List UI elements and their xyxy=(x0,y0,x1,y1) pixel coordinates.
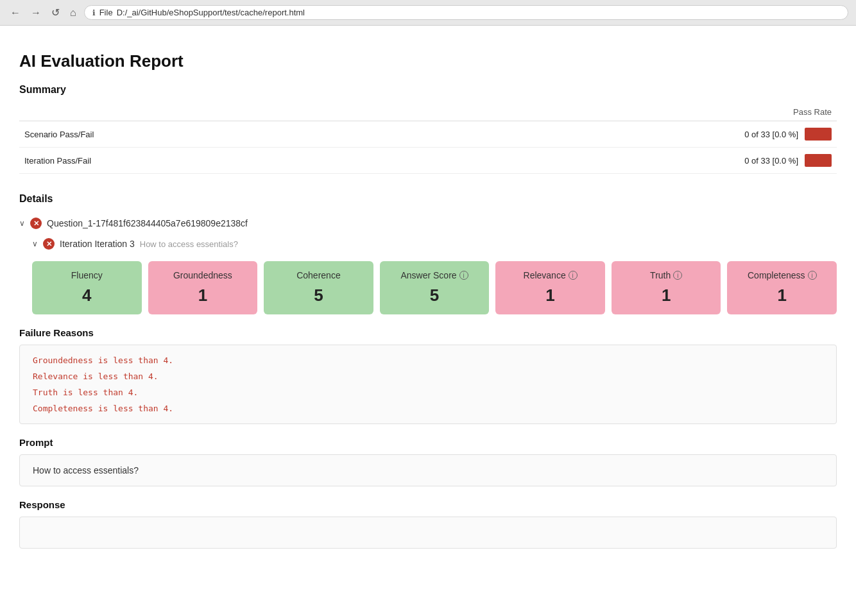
summary-table: Pass Rate Scenario Pass/Fail 0 of 33 [0.… xyxy=(19,103,837,174)
metric-value-0: 4 xyxy=(42,286,132,305)
metric-card-relevance: Relevancei1 xyxy=(495,261,605,314)
iteration-pass-fail-row: Iteration Pass/Fail 0 of 33 [0.0 %] xyxy=(19,148,837,174)
question-label: Question_1-17f481f623844405a7e619809e213… xyxy=(47,218,248,228)
details-section: Details ∨ ✕ Question_1-17f481f623844405a… xyxy=(19,193,837,549)
metric-card-answer-score: Answer Scorei5 xyxy=(380,261,490,314)
iteration-value: 0 of 33 [0.0 %] xyxy=(744,156,798,166)
metric-label-6: Completenessi xyxy=(737,270,826,280)
metric-card-coherence: Coherence5 xyxy=(264,261,373,314)
nav-forward-button[interactable]: → xyxy=(28,6,44,20)
metric-card-truth: Truthi1 xyxy=(612,261,721,314)
page-title: AI Evaluation Report xyxy=(19,51,837,71)
metric-cards-container: Fluency4Groundedness1Coherence5Answer Sc… xyxy=(32,261,837,314)
iteration-pass-rate: 0 of 33 [0.0 %] xyxy=(393,154,832,167)
metric-info-icon-5[interactable]: i xyxy=(673,271,682,280)
scenario-label: Scenario Pass/Fail xyxy=(19,121,388,148)
nav-back-button[interactable]: ← xyxy=(8,6,23,20)
question-error-icon: ✕ xyxy=(30,218,42,229)
failure-reasons-title: Failure Reasons xyxy=(19,327,837,338)
url-file-label: File xyxy=(99,8,113,17)
response-title: Response xyxy=(19,499,837,510)
nav-home-button[interactable]: ⌂ xyxy=(67,6,79,20)
prompt-box: How to access essentials? xyxy=(19,454,837,486)
question-chevron-icon: ∨ xyxy=(19,219,25,228)
iteration-chevron-icon: ∨ xyxy=(32,239,38,248)
summary-section-title: Summary xyxy=(19,84,837,96)
metric-value-2: 5 xyxy=(274,286,363,305)
response-box xyxy=(19,517,837,549)
iteration-label: Iteration Pass/Fail xyxy=(19,148,388,174)
address-info-icon: ℹ xyxy=(92,8,96,17)
iteration-value-cell: 0 of 33 [0.0 %] xyxy=(388,148,837,174)
response-section: Response xyxy=(19,499,837,549)
url-text: D:/_ai/GitHub/eShopSupport/test/cache/re… xyxy=(117,8,305,17)
iteration-error-icon: ✕ xyxy=(43,238,55,250)
browser-chrome: ← → ↺ ⌂ ℹ File D:/_ai/GitHub/eShopSuppor… xyxy=(0,0,856,26)
metric-label-5: Truthi xyxy=(622,270,711,280)
metric-value-1: 1 xyxy=(158,286,248,305)
address-bar[interactable]: ℹ File D:/_ai/GitHub/eShopSupport/test/c… xyxy=(84,5,848,20)
nav-reload-button[interactable]: ↺ xyxy=(49,5,62,20)
failure-reasons-section: Failure Reasons Groundedness is less tha… xyxy=(19,327,837,424)
metric-card-groundedness: Groundedness1 xyxy=(148,261,258,314)
metric-info-icon-4[interactable]: i xyxy=(569,271,578,280)
page-content: AI Evaluation Report Summary Pass Rate S… xyxy=(0,26,856,616)
prompt-title: Prompt xyxy=(19,437,837,448)
iteration-query: How to access essentials? xyxy=(140,239,238,249)
summary-header-row: Pass Rate xyxy=(19,103,837,121)
metric-label-1: Groundedness xyxy=(158,270,248,280)
scenario-value: 0 of 33 [0.0 %] xyxy=(744,130,798,139)
iteration-red-bar xyxy=(805,154,832,167)
failure-reasons-box: Groundedness is less than 4.Relevance is… xyxy=(19,345,837,424)
failure-reason-0: Groundedness is less than 4. xyxy=(33,355,823,365)
details-section-title: Details xyxy=(19,193,837,205)
failure-reason-2: Truth is less than 4. xyxy=(33,388,823,397)
summary-col-label xyxy=(19,103,388,121)
metric-label-0: Fluency xyxy=(42,270,132,280)
metric-info-icon-6[interactable]: i xyxy=(808,271,817,280)
prompt-text: How to access essentials? xyxy=(33,465,139,475)
failure-reason-1: Relevance is less than 4. xyxy=(33,372,823,381)
scenario-red-bar xyxy=(805,128,832,141)
metric-label-4: Relevancei xyxy=(506,270,595,280)
iteration-label: Iteration Iteration 3 xyxy=(60,239,135,249)
iteration-row[interactable]: ∨ ✕ Iteration Iteration 3 How to access … xyxy=(19,234,837,253)
metric-value-5: 1 xyxy=(622,286,711,305)
prompt-section: Prompt How to access essentials? xyxy=(19,437,837,486)
metric-value-4: 1 xyxy=(506,286,595,305)
scenario-value-cell: 0 of 33 [0.0 %] xyxy=(388,121,837,148)
question-row[interactable]: ∨ ✕ Question_1-17f481f623844405a7e619809… xyxy=(19,212,837,234)
failure-reason-3: Completeness is less than 4. xyxy=(33,404,823,413)
metric-value-3: 5 xyxy=(390,286,479,305)
metric-info-icon-3[interactable]: i xyxy=(459,271,468,280)
pass-rate-header: Pass Rate xyxy=(388,103,837,121)
metric-label-3: Answer Scorei xyxy=(390,270,479,280)
scenario-pass-fail-row: Scenario Pass/Fail 0 of 33 [0.0 %] xyxy=(19,121,837,148)
metric-card-fluency: Fluency4 xyxy=(32,261,142,314)
metric-label-2: Coherence xyxy=(274,270,363,280)
metric-value-6: 1 xyxy=(737,286,826,305)
metric-card-completeness: Completenessi1 xyxy=(727,261,837,314)
scenario-pass-rate: 0 of 33 [0.0 %] xyxy=(393,128,832,141)
